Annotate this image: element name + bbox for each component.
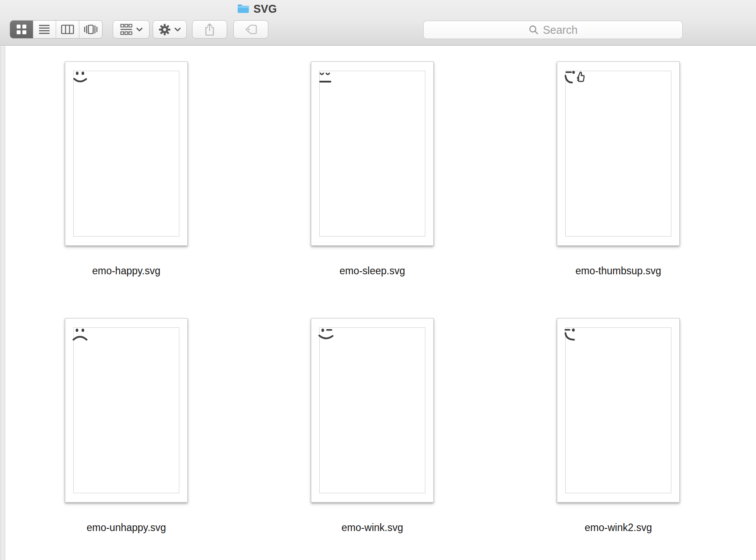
arrange-grid-icon <box>120 24 132 35</box>
share-button[interactable] <box>192 20 227 39</box>
share-icon <box>204 23 215 36</box>
tag-icon <box>244 24 257 35</box>
window-header: SVG <box>0 0 756 46</box>
arrange-button[interactable] <box>113 20 150 39</box>
file-thumbnail[interactable] <box>557 61 680 246</box>
file-name[interactable]: emo-unhappy.svg <box>34 522 218 534</box>
file-item-emo-sleep[interactable]: emo-sleep.svg <box>280 61 464 277</box>
happy-face-icon <box>73 71 93 87</box>
tags-button[interactable] <box>233 20 268 39</box>
column-view-icon <box>61 25 74 34</box>
icon-view-button[interactable] <box>10 21 33 38</box>
wink-face-icon <box>319 327 339 344</box>
file-name[interactable]: emo-thumbsup.svg <box>526 265 710 277</box>
list-view-icon <box>39 24 50 35</box>
folder-icon[interactable] <box>237 4 250 14</box>
file-item-emo-unhappy[interactable]: emo-unhappy.svg <box>34 318 218 534</box>
file-name[interactable]: emo-wink.svg <box>280 522 464 534</box>
action-button[interactable] <box>153 20 187 39</box>
search-placeholder: Search <box>543 24 578 36</box>
gear-icon <box>159 24 171 36</box>
file-item-emo-wink2[interactable]: emo-wink2.svg <box>526 318 710 534</box>
search-input[interactable]: Search <box>423 21 683 39</box>
file-thumbnail[interactable] <box>557 318 680 503</box>
titlebar: SVG <box>237 2 277 15</box>
search-icon <box>528 25 539 35</box>
thumbsup-face-icon <box>565 71 585 87</box>
file-item-emo-happy[interactable]: emo-happy.svg <box>34 61 218 277</box>
column-view-button[interactable] <box>56 21 79 38</box>
file-name[interactable]: emo-sleep.svg <box>280 265 464 277</box>
window-title: SVG <box>253 3 277 15</box>
file-item-emo-thumbsup[interactable]: emo-thumbsup.svg <box>526 61 710 277</box>
file-item-emo-wink[interactable]: emo-wink.svg <box>280 318 464 534</box>
chevron-down-icon <box>175 28 181 32</box>
file-name[interactable]: emo-wink2.svg <box>526 522 710 534</box>
file-thumbnail[interactable] <box>311 61 434 246</box>
sleep-face-icon <box>319 71 339 87</box>
unhappy-face-icon <box>73 327 93 344</box>
grid-view-icon <box>16 24 27 35</box>
view-mode-segmented-control <box>10 20 103 39</box>
file-thumbnail[interactable] <box>311 318 434 503</box>
file-thumbnail[interactable] <box>65 61 188 246</box>
coverflow-view-button[interactable] <box>79 21 103 38</box>
file-name[interactable]: emo-happy.svg <box>34 265 218 277</box>
wink2-face-icon <box>565 327 585 344</box>
list-view-button[interactable] <box>33 21 57 38</box>
file-thumbnail[interactable] <box>65 318 188 503</box>
chevron-down-icon <box>136 28 143 32</box>
sidebar-edge <box>0 46 5 560</box>
coverflow-view-icon <box>84 25 98 34</box>
